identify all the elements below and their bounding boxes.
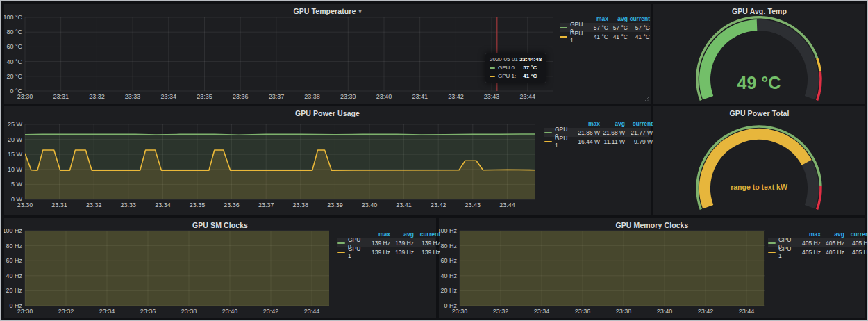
svg-text:23:42: 23:42: [448, 93, 464, 100]
svg-text:23:38: 23:38: [304, 93, 320, 100]
svg-text:23:30: 23:30: [17, 308, 33, 315]
panel-gpu-power-total: GPU Power Total range to text kW: [653, 106, 865, 215]
legend-header-current[interactable]: current: [414, 231, 440, 238]
series-color-dash-icon: [544, 132, 552, 133]
series-color-dash-icon: [768, 252, 776, 253]
tooltip-series-value: 41 °C: [523, 73, 537, 79]
legend-stat-value: 405 Hz: [844, 249, 868, 256]
svg-text:23:32: 23:32: [86, 201, 102, 208]
legend-header-current[interactable]: current: [844, 231, 868, 238]
gpu-temperature-chart[interactable]: 0 °C20 °C40 °C60 °C80 °C100 °C23:3023:31…: [4, 4, 651, 104]
legend-stat-value: 41 °C: [628, 33, 650, 40]
legend-stat-value: 57 °C: [628, 24, 650, 31]
legend-header-max[interactable]: max: [587, 15, 608, 22]
svg-text:23:40: 23:40: [222, 308, 238, 315]
legend-series-label[interactable]: GPU 1: [348, 245, 365, 259]
legend-header-avg[interactable]: avg: [600, 120, 625, 127]
svg-text:80 °C: 80 °C: [6, 28, 22, 35]
svg-text:23:36: 23:36: [140, 308, 156, 315]
gauge-value-text: 49 °C: [737, 73, 781, 92]
tooltip-timestamp: 2020-05-01 23:44:48: [490, 56, 542, 63]
grafana-dashboard: GPU Temperature▾ 0 °C20 °C40 °C60 °C80 °…: [0, 0, 868, 321]
svg-text:23:38: 23:38: [293, 201, 309, 208]
svg-text:23:41: 23:41: [412, 93, 428, 100]
svg-text:23:40: 23:40: [362, 201, 378, 208]
legend-series-label[interactable]: GPU 1: [555, 135, 572, 149]
legend-stat-value: 57 °C: [587, 24, 608, 31]
panel-title-gpu-power-total[interactable]: GPU Power Total: [653, 109, 865, 117]
legend-stat-value: 139 Hz: [414, 249, 440, 256]
gpu-sm-clocks-legend: maxavgcurrentGPU 0139 Hz139 Hz139 HzGPU …: [337, 229, 435, 256]
svg-text:23:33: 23:33: [121, 201, 137, 208]
legend-series-label[interactable]: GPU 1: [570, 30, 587, 44]
chart-tooltip: 2020-05-01 23:44:48 GPU 0:57 °CGPU 1:41 …: [485, 53, 546, 83]
svg-text:23:37: 23:37: [269, 93, 285, 100]
panel-title-text: GPU Temperature: [293, 7, 356, 15]
panel-title-gpu-temperature[interactable]: GPU Temperature▾: [4, 7, 651, 15]
legend-series-row: GPU 1405 Hz405 Hz405 Hz: [768, 247, 865, 256]
legend-stat-value: 9.79 W: [625, 138, 653, 145]
legend-stat-value: 21.77 W: [625, 129, 653, 136]
legend-header-avg[interactable]: avg: [608, 15, 628, 22]
svg-text:80 Hz: 80 Hz: [6, 242, 22, 249]
legend-series-row: GPU 1139 Hz139 Hz139 Hz: [337, 247, 435, 256]
legend-stat-value: 139 Hz: [365, 249, 390, 256]
series-color-dash-icon: [337, 252, 345, 253]
svg-text:15 W: 15 W: [8, 151, 23, 158]
legend-header-avg[interactable]: avg: [390, 231, 414, 238]
legend-stat-value: 21.86 W: [572, 129, 600, 136]
svg-text:23:39: 23:39: [327, 201, 343, 208]
svg-text:23:31: 23:31: [53, 93, 69, 100]
svg-text:23:44: 23:44: [499, 201, 515, 208]
panel-title-gpu-avg-temp[interactable]: GPU Avg. Temp: [653, 7, 865, 15]
svg-text:23:30: 23:30: [17, 201, 33, 208]
panel-title-text: GPU Memory Clocks: [616, 221, 689, 229]
svg-text:23:34: 23:34: [155, 201, 171, 208]
panel-title-text: GPU Avg. Temp: [732, 7, 787, 15]
svg-text:23:40: 23:40: [376, 93, 392, 100]
panel-title-gpu-power-usage[interactable]: GPU Power Usage: [4, 109, 651, 117]
panel-title-gpu-memory-clocks[interactable]: GPU Memory Clocks: [439, 221, 865, 229]
legend-header-current[interactable]: current: [628, 15, 650, 22]
legend-stat-value: 41 °C: [608, 33, 628, 40]
svg-text:23:38: 23:38: [616, 308, 632, 315]
svg-text:25 W: 25 W: [8, 121, 23, 128]
gpu-power-total-gauge: range to text kW: [653, 106, 865, 215]
svg-text:20 Hz: 20 Hz: [6, 287, 22, 294]
svg-text:23:34: 23:34: [534, 308, 550, 315]
series-color-dash-icon: [768, 242, 776, 244]
legend-header-max[interactable]: max: [796, 231, 821, 238]
legend-header-max[interactable]: max: [572, 120, 600, 127]
series-color-dash-icon: [337, 242, 345, 244]
legend-header-avg[interactable]: avg: [821, 231, 844, 238]
panel-title-text: GPU Power Usage: [295, 109, 360, 117]
svg-text:23:30: 23:30: [17, 93, 33, 100]
svg-text:40 Hz: 40 Hz: [6, 272, 22, 279]
svg-text:5 W: 5 W: [11, 181, 23, 188]
svg-text:23:43: 23:43: [484, 93, 500, 100]
svg-text:60 °C: 60 °C: [6, 43, 22, 50]
legend-stat-value: 41 °C: [587, 33, 608, 40]
svg-text:23:44: 23:44: [739, 308, 755, 315]
svg-text:23:32: 23:32: [493, 308, 509, 315]
panel-resize-handle[interactable]: [644, 97, 649, 102]
panel-gpu-memory-clocks: GPU Memory Clocks 0 Hz20 Hz40 Hz60 Hz80 …: [439, 218, 865, 318]
panel-title-gpu-sm-clocks[interactable]: GPU SM Clocks: [4, 221, 436, 229]
svg-text:23:36: 23:36: [233, 93, 249, 100]
svg-text:23:43: 23:43: [465, 201, 481, 208]
gpu-temperature-plot: 0 °C20 °C40 °C60 °C80 °C100 °C23:3023:31…: [4, 4, 651, 104]
gpu-memory-clocks-legend: maxavgcurrentGPU 0405 Hz405 Hz405 HzGPU …: [768, 229, 865, 256]
legend-header-max[interactable]: max: [365, 231, 390, 238]
svg-text:40 °C: 40 °C: [6, 58, 22, 65]
svg-text:23:35: 23:35: [197, 93, 212, 100]
chevron-down-icon: ▾: [358, 8, 361, 15]
svg-text:23:44: 23:44: [304, 308, 320, 315]
legend-series-label[interactable]: GPU 1: [778, 245, 796, 259]
svg-text:23:33: 23:33: [125, 93, 141, 100]
legend-stat-value: 16.44 W: [572, 138, 600, 145]
legend-stat-value: 139 Hz: [390, 249, 414, 256]
tooltip-series-value: 57 °C: [523, 65, 537, 71]
svg-text:23:42: 23:42: [698, 308, 714, 315]
panel-gpu-temperature: GPU Temperature▾ 0 °C20 °C40 °C60 °C80 °…: [4, 4, 651, 104]
legend-header-current[interactable]: current: [625, 120, 653, 127]
